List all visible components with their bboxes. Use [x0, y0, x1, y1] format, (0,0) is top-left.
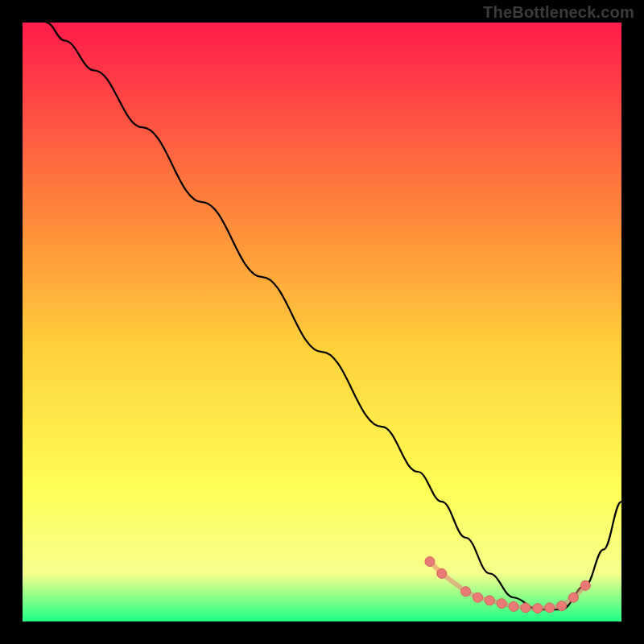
marker-point — [545, 603, 555, 613]
marker-point — [533, 604, 543, 613]
marker-point — [568, 592, 578, 602]
plot-area — [23, 23, 621, 621]
marker-point — [473, 592, 482, 602]
marker-point — [437, 568, 447, 578]
marker-point — [509, 601, 518, 611]
marker-point — [497, 599, 506, 609]
marker-point — [485, 596, 494, 605]
marker-point — [521, 603, 530, 613]
watermark-text: TheBottleneck.com — [483, 3, 634, 22]
plot-svg — [23, 23, 621, 621]
marker-point — [425, 557, 435, 567]
gradient-background — [23, 23, 621, 621]
marker-point — [580, 580, 590, 590]
marker-point — [461, 587, 471, 597]
chart-frame: TheBottleneck.com — [0, 0, 644, 644]
marker-point — [557, 601, 567, 611]
